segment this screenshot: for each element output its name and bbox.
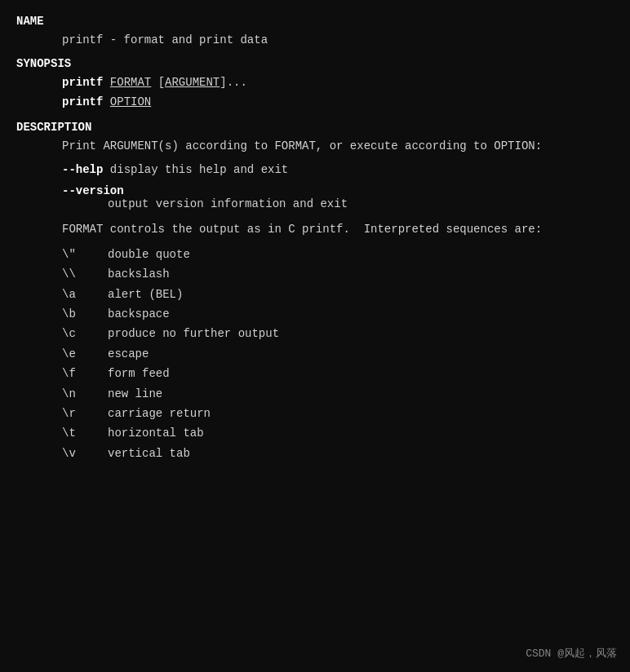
escape-key: \v [62, 444, 108, 462]
escape-sequences: \"double quote\\backslash\aalert (BEL)\b… [16, 245, 614, 462]
escape-key: \" [62, 245, 108, 263]
synopsis-line-1: printf FORMAT [ARGUMENT]... [16, 73, 614, 93]
escape-row: \rcarriage return [16, 405, 614, 422]
watermark: CSDN @风起，风落 [526, 646, 617, 661]
help-flag: --help [62, 163, 103, 176]
version-subtext: output version information and exit [62, 197, 614, 210]
synopsis-printf-2: printf [62, 95, 103, 108]
escape-key: \b [62, 305, 108, 323]
synopsis-format: FORMAT [110, 76, 151, 89]
name-description: printf - format and print data [16, 31, 614, 49]
escape-description: produce no further output [108, 325, 279, 343]
synopsis-line-2: printf OPTION [16, 93, 614, 113]
help-text: display this help and exit [103, 163, 288, 176]
escape-description: form feed [108, 365, 170, 382]
synopsis-printf-1: printf [62, 76, 103, 89]
help-option: --help display this help and exit [16, 163, 614, 176]
escape-key: \t [62, 424, 108, 442]
escape-row: \fform feed [16, 365, 614, 382]
synopsis-space-1 [103, 76, 109, 89]
escape-key: \n [62, 385, 108, 403]
escape-row: \thorizontal tab [16, 424, 614, 442]
escape-key: \\ [62, 265, 108, 283]
escape-key: \e [62, 345, 108, 363]
escape-description: new line [108, 385, 162, 403]
name-header: NAME [16, 15, 614, 28]
synopsis-header: SYNOPSIS [16, 57, 614, 70]
escape-description: vertical tab [108, 444, 190, 462]
escape-row: \"double quote [16, 245, 614, 263]
version-flag: --version [62, 184, 124, 197]
escape-row: \nnew line [16, 385, 614, 403]
description-main-text: Print ARGUMENT(s) according to FORMAT, o… [16, 137, 614, 155]
synopsis-section: SYNOPSIS printf FORMAT [ARGUMENT]... pri… [16, 57, 614, 113]
name-section: NAME printf - format and print data [16, 15, 614, 49]
description-header: DESCRIPTION [16, 121, 614, 134]
escape-row: \aalert (BEL) [16, 285, 614, 303]
synopsis-ellipsis: ]... [220, 76, 247, 89]
escape-description: double quote [108, 245, 190, 263]
escape-description: horizontal tab [108, 424, 204, 442]
escape-description: backslash [108, 265, 170, 283]
escape-row: \vvertical tab [16, 444, 614, 462]
escape-key: \r [62, 405, 108, 422]
synopsis-space-2: [ [151, 76, 165, 89]
escape-row: \cproduce no further output [16, 325, 614, 343]
version-option: --version output version information and… [16, 184, 614, 210]
synopsis-argument: ARGUMENT [165, 76, 220, 89]
escape-description: alert (BEL) [108, 285, 183, 303]
escape-row: \eescape [16, 345, 614, 363]
escape-key: \a [62, 285, 108, 303]
description-section: DESCRIPTION Print ARGUMENT(s) according … [16, 121, 614, 462]
format-intro: FORMAT controls the output as in C print… [16, 220, 614, 238]
escape-row: \bbackspace [16, 305, 614, 323]
synopsis-option: OPTION [110, 95, 151, 108]
version-flag-line: --version [62, 184, 614, 197]
escape-key: \c [62, 325, 108, 343]
synopsis-space-3 [103, 95, 109, 108]
escape-description: carriage return [108, 405, 211, 422]
escape-key: \f [62, 365, 108, 382]
escape-description: escape [108, 345, 149, 363]
escape-row: \\backslash [16, 265, 614, 283]
escape-description: backspace [108, 305, 170, 323]
